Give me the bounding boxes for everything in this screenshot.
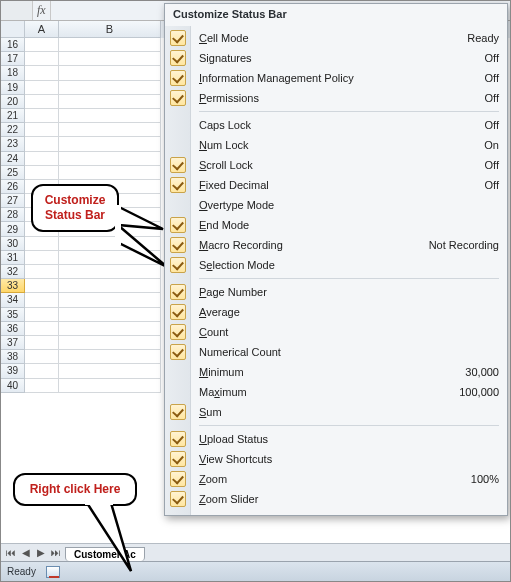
cell[interactable] — [59, 279, 161, 293]
menu-item[interactable]: Cell ModeReady — [199, 28, 499, 48]
cell[interactable] — [25, 166, 59, 180]
tab-nav-next-icon[interactable]: ▶ — [33, 546, 48, 560]
menu-check-icon[interactable] — [170, 157, 186, 173]
cell[interactable] — [59, 322, 161, 336]
cell[interactable] — [25, 152, 59, 166]
cell[interactable] — [59, 350, 161, 364]
cell[interactable] — [25, 38, 59, 52]
menu-check-icon[interactable] — [170, 217, 186, 233]
menu-item[interactable]: Numerical Count — [199, 342, 499, 362]
cell[interactable] — [25, 279, 59, 293]
cell[interactable] — [25, 293, 59, 307]
menu-check-icon[interactable] — [170, 471, 186, 487]
row-header[interactable]: 37 — [1, 336, 25, 350]
row-header[interactable]: 26 — [1, 180, 25, 194]
cell[interactable] — [25, 251, 59, 265]
cell[interactable] — [25, 137, 59, 151]
cell[interactable] — [59, 66, 161, 80]
menu-check-icon[interactable] — [170, 177, 186, 193]
row-header[interactable]: 21 — [1, 109, 25, 123]
row-header[interactable]: 31 — [1, 251, 25, 265]
menu-item[interactable]: Scroll LockOff — [199, 155, 499, 175]
menu-item[interactable]: Num LockOn — [199, 135, 499, 155]
cell[interactable] — [25, 95, 59, 109]
customize-status-bar-menu[interactable]: Customize Status Bar Cell ModeReadySigna… — [164, 3, 508, 516]
menu-check-icon[interactable] — [170, 90, 186, 106]
menu-check-icon[interactable] — [170, 50, 186, 66]
menu-item[interactable]: Maximum100,000 — [199, 382, 499, 402]
menu-check-icon[interactable] — [170, 431, 186, 447]
tab-nav-last-icon[interactable]: ⏭ — [48, 546, 63, 560]
row-header[interactable]: 16 — [1, 38, 25, 52]
menu-check-icon[interactable] — [170, 324, 186, 340]
menu-item[interactable]: Average — [199, 302, 499, 322]
menu-item[interactable]: Sum — [199, 402, 499, 422]
menu-check-icon[interactable] — [170, 344, 186, 360]
cell[interactable] — [59, 166, 161, 180]
column-header-a[interactable]: A — [25, 21, 59, 38]
status-bar[interactable]: Ready — [1, 561, 510, 581]
sheet-tab[interactable]: Customer Ac — [65, 547, 145, 561]
name-box[interactable] — [1, 1, 33, 20]
row-header[interactable]: 29 — [1, 222, 25, 236]
row-header[interactable]: 23 — [1, 137, 25, 151]
cell[interactable] — [25, 123, 59, 137]
menu-item[interactable]: Upload Status — [199, 429, 499, 449]
row-header[interactable]: 20 — [1, 95, 25, 109]
menu-item[interactable]: End Mode — [199, 215, 499, 235]
menu-check-icon[interactable] — [170, 237, 186, 253]
cell[interactable] — [59, 109, 161, 123]
cell[interactable] — [59, 137, 161, 151]
cell[interactable] — [25, 237, 59, 251]
menu-item[interactable]: PermissionsOff — [199, 88, 499, 108]
cell[interactable] — [25, 265, 59, 279]
cell[interactable] — [59, 336, 161, 350]
cell[interactable] — [59, 293, 161, 307]
cell[interactable] — [25, 350, 59, 364]
cell[interactable] — [59, 81, 161, 95]
row-header[interactable]: 34 — [1, 293, 25, 307]
row-header[interactable]: 17 — [1, 52, 25, 66]
menu-item[interactable]: Zoom Slider — [199, 489, 499, 509]
cell[interactable] — [59, 308, 161, 322]
menu-item[interactable]: Fixed DecimalOff — [199, 175, 499, 195]
menu-check-icon[interactable] — [170, 304, 186, 320]
menu-check-icon[interactable] — [170, 70, 186, 86]
menu-check-icon[interactable] — [170, 284, 186, 300]
cell[interactable] — [59, 123, 161, 137]
row-header[interactable]: 38 — [1, 350, 25, 364]
cell[interactable] — [59, 237, 161, 251]
menu-item[interactable]: Overtype Mode — [199, 195, 499, 215]
row-header[interactable]: 28 — [1, 208, 25, 222]
row-header[interactable]: 40 — [1, 379, 25, 393]
row-header[interactable]: 18 — [1, 66, 25, 80]
menu-check-icon[interactable] — [170, 257, 186, 273]
cell[interactable] — [25, 81, 59, 95]
row-header[interactable]: 36 — [1, 322, 25, 336]
menu-item[interactable]: Selection Mode — [199, 255, 499, 275]
menu-check-icon[interactable] — [170, 491, 186, 507]
cell[interactable] — [25, 322, 59, 336]
cell[interactable] — [25, 308, 59, 322]
row-header[interactable]: 33 — [1, 279, 25, 293]
row-header[interactable]: 32 — [1, 265, 25, 279]
cell[interactable] — [25, 66, 59, 80]
cell[interactable] — [59, 38, 161, 52]
row-header[interactable]: 39 — [1, 364, 25, 378]
row-header[interactable]: 19 — [1, 81, 25, 95]
tab-nav-first-icon[interactable]: ⏮ — [3, 546, 18, 560]
cell[interactable] — [59, 152, 161, 166]
row-header[interactable]: 35 — [1, 308, 25, 322]
row-header[interactable]: 27 — [1, 194, 25, 208]
macro-record-icon[interactable] — [46, 566, 60, 578]
cell[interactable] — [25, 336, 59, 350]
tab-nav-prev-icon[interactable]: ◀ — [18, 546, 33, 560]
cell[interactable] — [25, 364, 59, 378]
menu-item[interactable]: View Shortcuts — [199, 449, 499, 469]
menu-item[interactable]: Page Number — [199, 282, 499, 302]
fx-icon[interactable]: fx — [33, 1, 51, 20]
cell[interactable] — [59, 251, 161, 265]
menu-check-icon[interactable] — [170, 404, 186, 420]
menu-item[interactable]: Caps LockOff — [199, 115, 499, 135]
row-header[interactable]: 25 — [1, 166, 25, 180]
